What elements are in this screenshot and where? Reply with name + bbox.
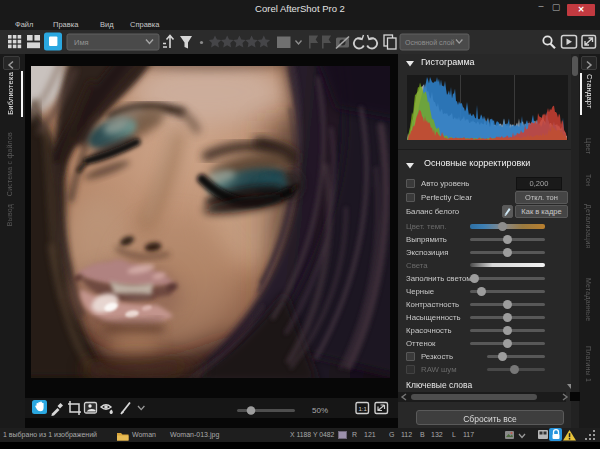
- svg-text:Основной слой: Основной слой: [405, 39, 455, 46]
- svg-text:50%: 50%: [312, 406, 328, 415]
- svg-text:1:1: 1:1: [359, 406, 368, 412]
- svg-text:Имя: Имя: [74, 38, 89, 47]
